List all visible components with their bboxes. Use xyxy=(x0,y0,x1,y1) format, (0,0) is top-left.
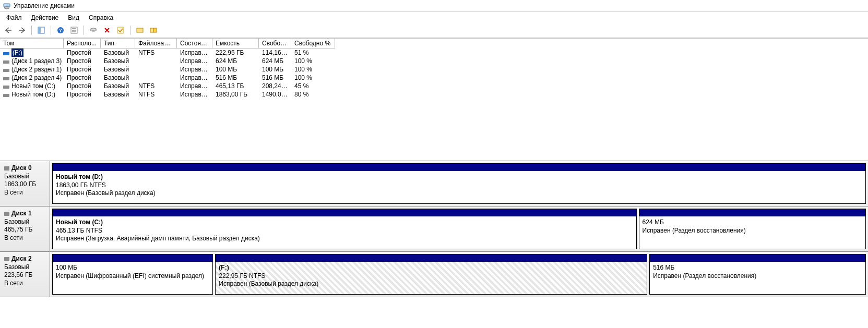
disk-row: Диск 0Базовый1863,00 ГБВ сетиНовый том (… xyxy=(0,161,868,206)
cell-type: Базовый xyxy=(101,48,135,57)
partition-status: Исправен (Раздел восстановления) xyxy=(643,227,862,235)
app-icon xyxy=(3,2,10,9)
cell-type: Базовый xyxy=(101,74,135,82)
cell-fs: NTFS xyxy=(135,48,177,57)
menu-view[interactable]: Вид xyxy=(64,13,84,22)
disk-size-text: 223,56 ГБ xyxy=(4,271,46,280)
partition-stripe xyxy=(639,209,865,216)
back-button[interactable] xyxy=(2,25,15,36)
cell-status: Исправен... xyxy=(177,82,212,90)
drive-icon xyxy=(3,92,9,97)
cell-layout: Простой xyxy=(64,90,101,99)
cell-capacity: 100 МБ xyxy=(212,65,259,74)
svg-rect-0 xyxy=(4,4,10,7)
cell-freepct: 100 % xyxy=(291,74,335,82)
col-layout[interactable]: Располо... xyxy=(64,39,101,48)
volume-table-header: Том Располо... Тип Файловая с... Состоян… xyxy=(0,39,868,48)
disk-name-text: Диск 2 xyxy=(11,255,32,263)
partition[interactable]: 516 МБИсправен (Раздел восстановления) xyxy=(649,254,866,295)
drive-icon xyxy=(3,67,9,72)
disk-size-text: 1863,00 ГБ xyxy=(4,180,46,189)
partition[interactable]: 100 МБИсправен (Шифрованный (EFI) систем… xyxy=(52,254,213,295)
partition[interactable]: 624 МБИсправен (Раздел восстановления) xyxy=(639,209,866,249)
properties-button[interactable] xyxy=(68,25,80,36)
partition-body: Новый том (D:)1863,00 ГБ NTFSИсправен (Б… xyxy=(53,171,865,203)
cell-freepct: 45 % xyxy=(291,82,335,90)
volume-row[interactable]: (Диск 1 раздел 3)ПростойБазовыйИсправен.… xyxy=(0,57,868,65)
partition[interactable]: (F:)222,95 ГБ NTFSИсправен (Базовый разд… xyxy=(215,254,647,295)
cell-freepct: 51 % xyxy=(291,48,335,57)
partition-stripe xyxy=(53,254,212,262)
volume-row[interactable]: (Диск 2 раздел 4)ПростойБазовыйИсправен.… xyxy=(0,74,868,82)
volume-row[interactable]: (F:)ПростойБазовыйNTFSИсправен...222,95 … xyxy=(0,48,868,57)
col-free[interactable]: Свобод... xyxy=(259,39,291,48)
svg-rect-16 xyxy=(3,52,9,55)
disk-label[interactable]: Диск 0Базовый1863,00 ГБВ сети xyxy=(0,161,50,206)
svg-rect-3 xyxy=(38,27,41,33)
volume-table-body[interactable]: (F:)ПростойБазовыйNTFSИсправен...222,95 … xyxy=(0,48,868,161)
col-volume[interactable]: Том xyxy=(0,39,64,48)
disk-icon xyxy=(4,166,9,171)
disk-label[interactable]: Диск 1Базовый465,75 ГБВ сети xyxy=(0,206,50,251)
cell-layout: Простой xyxy=(64,57,101,65)
volume-name: (Диск 1 раздел 3) xyxy=(11,57,62,65)
cell-status: Исправен... xyxy=(177,65,212,74)
partition-body: (F:)222,95 ГБ NTFSИсправен (Базовый разд… xyxy=(216,262,647,294)
toolbar-separator xyxy=(84,26,84,35)
partition-status: Исправен (Базовый раздел диска) xyxy=(56,189,862,198)
disk-type-text: Базовый xyxy=(4,263,46,272)
partition-title: (F:) xyxy=(219,264,644,272)
partition[interactable]: Новый том (D:)1863,00 ГБ NTFSИсправен (Б… xyxy=(52,163,866,204)
cell-status: Исправен... xyxy=(177,48,212,57)
svg-rect-17 xyxy=(3,60,9,64)
cell-fs xyxy=(135,65,177,74)
volume-row[interactable]: Новый том (D:)ПростойБазовыйNTFSИсправен… xyxy=(0,90,868,99)
delete-button[interactable] xyxy=(101,25,113,36)
show-hide-button[interactable] xyxy=(35,25,47,36)
svg-point-11 xyxy=(91,28,97,30)
partition-size: 222,95 ГБ NTFS xyxy=(219,272,644,281)
partition[interactable]: Новый том (C:)465,13 ГБ NTFSИсправен (За… xyxy=(52,209,637,249)
partition-stripe xyxy=(53,209,636,216)
col-status[interactable]: Состояние xyxy=(177,39,212,48)
disk-state-text: В сети xyxy=(4,234,46,242)
svg-rect-20 xyxy=(3,86,9,89)
partition-stripe xyxy=(53,164,865,171)
partition-body: 516 МБИсправен (Раздел восстановления) xyxy=(650,262,865,294)
volume-name: (Диск 2 раздел 4) xyxy=(11,74,62,82)
volume-row[interactable]: Новый том (C:)ПростойБазовыйNTFSИсправен… xyxy=(0,82,868,90)
col-type[interactable]: Тип xyxy=(101,39,135,48)
partition-size: 516 МБ xyxy=(653,264,862,272)
cell-freepct: 80 % xyxy=(291,90,335,99)
help-button[interactable]: ? xyxy=(54,25,67,36)
cell-freepct: 100 % xyxy=(291,65,335,74)
cell-status: Исправен... xyxy=(177,90,212,99)
partition-status: Исправен (Шифрованный (EFI) системный ра… xyxy=(56,272,209,281)
disk-partition-button[interactable] xyxy=(134,25,146,36)
cell-layout: Простой xyxy=(64,74,101,82)
partition-title: Новый том (D:) xyxy=(56,173,862,181)
disk-state-text: В сети xyxy=(4,280,46,288)
disk-type-text: Базовый xyxy=(4,173,46,181)
menu-help[interactable]: Справка xyxy=(85,13,117,22)
apply-button[interactable] xyxy=(114,25,127,36)
col-freepercent[interactable]: Свободно % xyxy=(291,39,335,48)
disk-name-text: Диск 0 xyxy=(11,164,32,173)
disk-label[interactable]: Диск 2Базовый223,56 ГБВ сети xyxy=(0,252,50,297)
menu-file[interactable]: Файл xyxy=(2,13,26,22)
cell-free: 516 МБ xyxy=(259,74,291,82)
volume-row[interactable]: (Диск 2 раздел 1)ПростойБазовыйИсправен.… xyxy=(0,65,868,74)
forward-button[interactable] xyxy=(16,25,28,36)
col-capacity[interactable]: Емкость xyxy=(212,39,259,48)
refresh-button[interactable] xyxy=(87,25,100,36)
svg-point-1 xyxy=(4,7,9,9)
disk-volume-button[interactable] xyxy=(147,25,160,36)
menu-bar: Файл Действие Вид Справка xyxy=(0,12,868,23)
col-filesystem[interactable]: Файловая с... xyxy=(135,39,177,48)
partition-stripe xyxy=(216,254,647,262)
partition-size: 624 МБ xyxy=(643,218,862,227)
toolbar-separator xyxy=(130,26,130,35)
partition-status: Исправен (Загрузка, Аварийный дамп памят… xyxy=(56,235,633,243)
svg-rect-19 xyxy=(3,77,9,80)
menu-action[interactable]: Действие xyxy=(27,13,63,22)
